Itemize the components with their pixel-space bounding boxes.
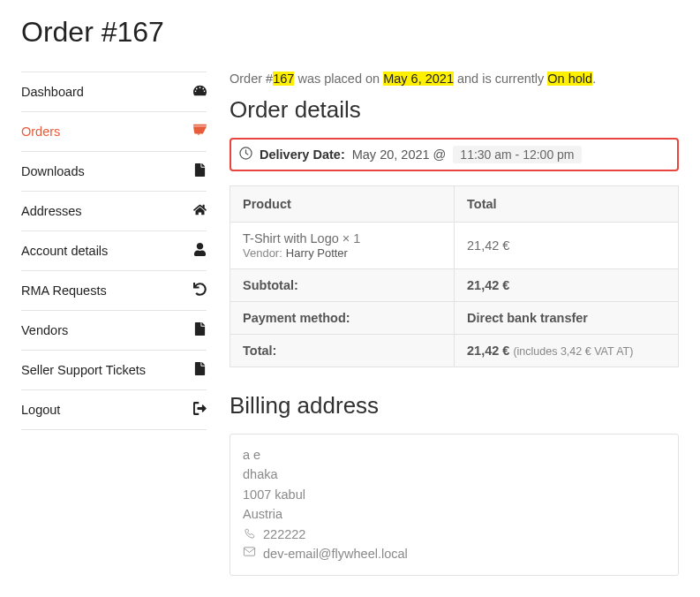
nav-item-orders[interactable]: Orders (21, 112, 207, 152)
nav-item-dashboard[interactable]: Dashboard (21, 72, 207, 112)
row-value: 21,42 € (includes 3,42 € VAT AT) (455, 335, 679, 367)
nav-item-addresses[interactable]: Addresses (21, 192, 207, 231)
nav-item-account-details[interactable]: Account details (21, 231, 207, 271)
dashboard-icon (192, 84, 207, 100)
svg-rect-1 (244, 548, 254, 555)
nav-label: Orders (21, 125, 60, 139)
home-icon (192, 203, 207, 219)
order-table: Product Total T-Shirt with Logo × 1 Vend… (230, 185, 679, 367)
row-label: Total: (230, 335, 455, 367)
nav-label: Vendors (21, 323, 68, 337)
col-total: Total (455, 186, 679, 223)
billing-city: dhaka (243, 465, 666, 484)
row-label: Subtotal: (230, 269, 455, 302)
table-row: Total: 21,42 € (includes 3,42 € VAT AT) (230, 335, 679, 367)
total-value: 21,42 € (467, 344, 509, 358)
product-name: T-Shirt with Logo (243, 231, 339, 246)
nav-item-rma-requests[interactable]: RMA Requests (21, 271, 207, 311)
nav-label: Addresses (21, 204, 82, 218)
row-label: Payment method: (230, 302, 455, 335)
status-suffix: . (592, 72, 596, 86)
row-value: Direct bank transfer (455, 302, 679, 335)
status-prefix: Order # (230, 72, 273, 86)
billing-address-box: a e dhaka 1007 kabul Austria 222222 dev-… (230, 434, 679, 576)
account-nav: Dashboard Orders Downloads Addresses (21, 72, 207, 576)
product-total: 21,42 € (455, 223, 679, 269)
status-text: was placed on (294, 72, 383, 86)
nav-label: Account details (21, 244, 108, 258)
table-row: Payment method: Direct bank transfer (230, 302, 679, 335)
order-details-heading: Order details (230, 96, 679, 124)
col-product: Product (230, 186, 455, 223)
order-status-line: Order #167 was placed on May 6, 2021 and… (230, 72, 679, 86)
logout-icon (192, 402, 207, 418)
page-title: Order #167 (21, 16, 679, 49)
cart-icon (192, 124, 207, 140)
order-date-highlight: May 6, 2021 (383, 72, 454, 86)
vat-note: (includes 3,42 € VAT AT) (513, 345, 633, 358)
vendor-name: Harry Potter (286, 246, 348, 260)
delivery-time: 11:30 am - 12:00 pm (453, 146, 581, 163)
billing-phone: 222222 (263, 525, 305, 544)
billing-email: dev-email@flywheel.local (263, 544, 408, 563)
vendor-label: Vendor: (243, 246, 282, 260)
nav-item-downloads[interactable]: Downloads (21, 152, 207, 192)
table-row: T-Shirt with Logo × 1 Vendor: Harry Pott… (230, 223, 679, 269)
file-icon (192, 322, 207, 338)
nav-label: Seller Support Tickets (21, 363, 146, 377)
file-icon (192, 362, 207, 378)
order-number-highlight: 167 (273, 72, 294, 86)
user-icon (192, 243, 207, 259)
nav-item-logout[interactable]: Logout (21, 390, 207, 430)
delivery-date-box: Delivery Date: May 20, 2021 @ 11:30 am -… (230, 138, 679, 171)
nav-label: Dashboard (21, 85, 84, 99)
file-icon (192, 163, 207, 179)
status-text: and is currently (454, 72, 547, 86)
row-value: 21,42 € (455, 269, 679, 302)
order-status-highlight: On hold (547, 72, 592, 86)
billing-name: a e (243, 445, 666, 465)
nav-label: RMA Requests (21, 283, 107, 298)
nav-label: Logout (21, 403, 60, 417)
nav-label: Downloads (21, 164, 85, 178)
table-row: Subtotal: 21,42 € (230, 269, 679, 302)
nav-item-support-tickets[interactable]: Seller Support Tickets (21, 351, 207, 390)
delivery-label: Delivery Date: (260, 147, 345, 162)
email-icon (243, 544, 256, 563)
billing-country: Austria (243, 504, 666, 524)
phone-icon (243, 525, 256, 544)
clock-icon (239, 147, 252, 162)
undo-icon (192, 283, 207, 298)
nav-item-vendors[interactable]: Vendors (21, 311, 207, 351)
delivery-date: May 20, 2021 @ (352, 147, 447, 162)
product-quantity: × 1 (342, 231, 361, 246)
billing-heading: Billing address (230, 392, 679, 419)
billing-postal: 1007 kabul (243, 485, 666, 504)
